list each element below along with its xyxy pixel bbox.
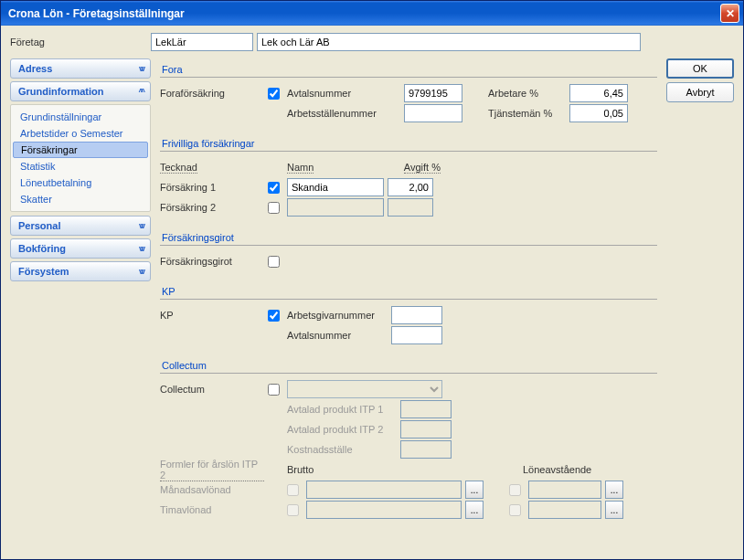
- forsakring2-label: Försäkring 2: [160, 202, 264, 213]
- itp2-label: Avtalad produkt ITP 2: [287, 424, 397, 435]
- sidebar-item-loneutbetalning[interactable]: Löneutbetalning: [13, 174, 148, 191]
- sidebar-item-grundinstallningar[interactable]: Grundinställningar: [13, 109, 148, 125]
- arbetare-pct-label: Arbetare %: [488, 88, 566, 99]
- sidebar-item-skatter[interactable]: Skatter: [13, 191, 148, 207]
- ok-button[interactable]: OK: [666, 58, 734, 79]
- chevron-down-icon: vv: [139, 64, 143, 73]
- section-kp-title: KP: [160, 280, 657, 300]
- collectum-label: Collectum: [160, 384, 264, 395]
- fora-label: Foraförsäkring: [160, 88, 264, 99]
- brutto-label: Brutto: [287, 464, 488, 475]
- kostnadsstalle-label: Kostnadsställe: [287, 444, 397, 455]
- sidebar-item-forsakringar[interactable]: Försäkringar: [13, 142, 148, 158]
- sidebar-item-statistik[interactable]: Statistik: [13, 158, 148, 174]
- kp-arbetsgivarnr-input[interactable]: [391, 306, 442, 324]
- loneavst-label: Löneavstående: [523, 464, 591, 475]
- giro-checkbox[interactable]: [268, 256, 280, 268]
- kp-checkbox[interactable]: [268, 310, 280, 322]
- cancel-button[interactable]: Avbryt: [666, 82, 734, 102]
- window-title: Crona Lön - Företagsinställningar: [8, 7, 720, 20]
- manad-loneavst-checkbox: [509, 484, 521, 496]
- collectum-dropdown: [287, 380, 442, 398]
- company-name-input[interactable]: [257, 33, 641, 51]
- title-bar: Crona Lön - Företagsinställningar ✕: [1, 1, 743, 26]
- giro-label: Försäkringsgirot: [160, 256, 264, 267]
- chevron-down-icon: vv: [139, 267, 143, 276]
- fora-checkbox[interactable]: [268, 88, 280, 100]
- sidebar-section-title: Grundinformation: [18, 86, 104, 97]
- forsakring1-checkbox[interactable]: [268, 182, 280, 194]
- manad-loneavst-input: [528, 481, 601, 499]
- forsakring2-checkbox[interactable]: [268, 202, 280, 214]
- sidebar-section-personal[interactable]: Personal vv: [10, 216, 151, 236]
- sidebar-section-title: Personal: [18, 220, 60, 231]
- kp-avtalsnr-input[interactable]: [391, 326, 442, 344]
- button-column: OK Avbryt: [666, 58, 734, 550]
- sidebar-section-bokforing[interactable]: Bokföring vv: [10, 238, 151, 259]
- company-code-input[interactable]: [151, 33, 253, 51]
- tim-loneavst-checkbox: [509, 504, 521, 516]
- forsakring1-label: Försäkring 1: [160, 182, 264, 193]
- sidebar-section-title: Bokföring: [18, 243, 66, 254]
- forsakring1-namn-input[interactable]: [287, 178, 384, 196]
- arbetsstalle-label: Arbetsställenummer: [287, 108, 400, 119]
- itp1-input: [400, 400, 452, 418]
- tim-brutto-input: [306, 501, 462, 519]
- manad-label: Månadsavlönad: [160, 484, 264, 495]
- kp-avtalsnr-label: Avtalsnummer: [287, 330, 388, 341]
- tim-brutto-checkbox: [287, 504, 299, 516]
- sidebar-section-title: Försystem: [18, 266, 69, 277]
- sidebar-body-grundinformation: Grundinställningar Arbetstider o Semeste…: [10, 104, 151, 212]
- sidebar-item-arbetstider[interactable]: Arbetstider o Semester: [13, 125, 148, 142]
- itp2-input: [400, 420, 452, 438]
- tim-brutto-browse[interactable]: ...: [465, 501, 484, 519]
- chevron-down-icon: vv: [139, 221, 143, 230]
- collectum-checkbox[interactable]: [268, 384, 280, 396]
- sidebar-section-title: Adress: [18, 63, 52, 74]
- section-fora-title: Fora: [160, 58, 657, 78]
- col-tecknad: Tecknad: [160, 162, 197, 174]
- kp-arbetsgivarnr-label: Arbetsgivarnummer: [287, 310, 388, 321]
- chevron-down-icon: vv: [139, 244, 143, 253]
- tim-loneavst-browse[interactable]: ...: [605, 501, 623, 519]
- sidebar-section-forsystem[interactable]: Försystem vv: [10, 261, 151, 281]
- manad-brutto-input: [306, 481, 462, 499]
- kp-label: KP: [160, 310, 264, 321]
- company-row: Företag: [1, 26, 743, 58]
- sidebar-section-grundinformation[interactable]: Grundinformation ^^: [10, 81, 151, 101]
- manad-brutto-checkbox: [287, 484, 299, 496]
- arbetsstalle-input[interactable]: [404, 104, 462, 122]
- manad-loneavst-browse[interactable]: ...: [605, 481, 623, 499]
- form-content: Fora Foraförsäkring Avtalsnummer Arbetar…: [160, 58, 657, 550]
- col-avgift: Avgift %: [404, 162, 441, 174]
- close-button[interactable]: ✕: [720, 4, 739, 23]
- forsakring1-avgift-input[interactable]: [388, 178, 433, 196]
- manad-brutto-browse[interactable]: ...: [465, 481, 484, 499]
- sidebar: Adress vv Grundinformation ^^ Grundinstä…: [10, 58, 151, 550]
- itp1-label: Avtalad produkt ITP 1: [287, 404, 397, 415]
- company-label: Företag: [10, 37, 147, 48]
- tjansteman-pct-input[interactable]: [569, 104, 628, 122]
- forsakring2-avgift-input: [388, 198, 433, 217]
- sidebar-section-adress[interactable]: Adress vv: [10, 58, 151, 79]
- section-frivilliga-title: Frivilliga försäkringar: [160, 132, 657, 152]
- forsakring2-namn-input: [287, 198, 384, 217]
- avtalsnummer-label: Avtalsnummer: [287, 88, 400, 99]
- kostnadsstalle-input: [400, 440, 452, 459]
- section-giro-title: Försäkringsgirot: [160, 227, 657, 246]
- formler-label: Formler för årslön ITP 2: [160, 459, 264, 481]
- tjansteman-pct-label: Tjänstemän %: [488, 108, 566, 119]
- col-namn: Namn: [287, 162, 314, 174]
- avtalsnummer-input[interactable]: [404, 84, 462, 102]
- arbetare-pct-input[interactable]: [569, 84, 628, 102]
- tim-loneavst-input: [528, 501, 601, 519]
- tim-label: Timavlönad: [160, 504, 264, 515]
- chevron-up-icon: ^^: [138, 87, 143, 96]
- section-collectum-title: Collectum: [160, 354, 657, 374]
